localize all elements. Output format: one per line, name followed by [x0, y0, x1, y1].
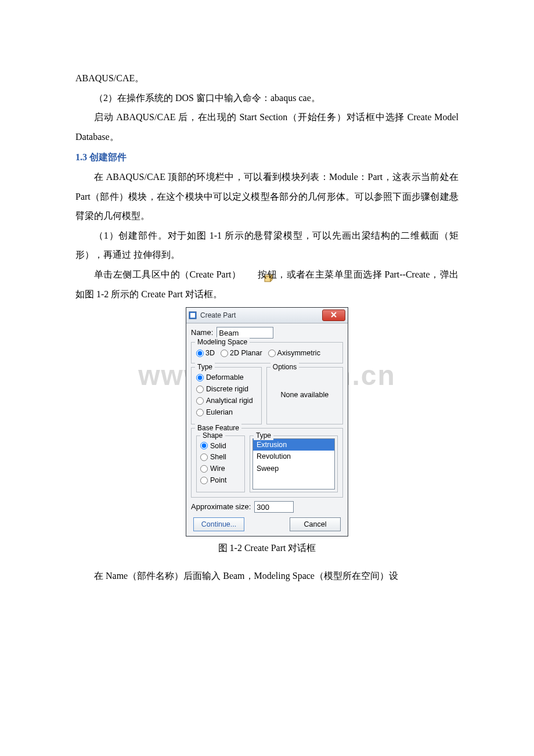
radio-discrete-rigid[interactable]: Discrete rigid — [196, 384, 257, 394]
cancel-button[interactable]: Cancel — [290, 517, 341, 531]
options-panel: Options None available — [266, 367, 343, 424]
radio-deformable-label: Deformable — [206, 373, 244, 383]
radio-solid-label: Solid — [210, 441, 226, 451]
radio-2d-input[interactable] — [221, 350, 228, 357]
options-panel-label: Options — [270, 362, 299, 372]
radio-analytical-input[interactable] — [196, 397, 204, 405]
close-icon — [331, 311, 337, 320]
approx-size-label: Approximate size: — [191, 502, 251, 512]
radio-3d[interactable]: 3D — [196, 348, 215, 358]
radio-eulerian-label: Eulerian — [206, 408, 233, 417]
name-label: Name: — [191, 327, 213, 338]
radio-ax-input[interactable] — [268, 350, 276, 357]
dialog-titlebar[interactable]: Create Part — [186, 308, 348, 323]
dialog-title: Create Part — [200, 311, 319, 320]
name-input[interactable] — [217, 327, 273, 339]
app-icon — [189, 311, 197, 319]
list-item-sweep[interactable]: Sweep — [253, 463, 334, 475]
type-panel-label: Type — [195, 362, 215, 372]
radio-eulerian-input[interactable] — [196, 409, 204, 416]
radio-shell[interactable]: Shell — [200, 452, 241, 462]
body-text: 在 ABAQUS/CAE 顶部的环境栏中，可以看到模块列表：Module：Par… — [75, 167, 459, 226]
continue-button[interactable]: Continue... — [193, 517, 244, 531]
radio-2d-planar[interactable]: 2D Planar — [221, 348, 262, 358]
radio-deformable-input[interactable] — [196, 374, 204, 381]
list-item-extrusion[interactable]: Extrusion — [253, 439, 334, 451]
radio-3d-label: 3D — [205, 348, 215, 358]
create-part-icon — [245, 271, 254, 280]
svg-rect-4 — [190, 313, 195, 318]
radio-shell-input[interactable] — [200, 453, 208, 461]
radio-3d-input[interactable] — [196, 350, 204, 357]
modeling-space-label: Modeling Space — [195, 337, 250, 347]
radio-deformable[interactable]: Deformable — [196, 373, 257, 383]
radio-2d-label: 2D Planar — [230, 348, 262, 358]
radio-analytical-label: Analytical rigid — [206, 396, 253, 406]
radio-shell-label: Shell — [210, 452, 226, 462]
radio-point-label: Point — [210, 476, 227, 485]
list-item-revolution[interactable]: Revolution — [253, 451, 334, 463]
type-panel: Type Deformable Discrete rigid — [191, 367, 262, 424]
body-text: （1）创建部件。对于如图 1-1 所示的悬臂梁模型，可以先画出梁结构的二维截面（… — [75, 226, 459, 265]
base-feature-panel: Base Feature Shape Solid — [191, 428, 343, 498]
base-feature-type-panel: Type Extrusion Revolution Sweep — [250, 435, 338, 493]
modeling-space-panel: Modeling Space 3D 2D Planar Axisymmet — [191, 342, 343, 363]
radio-solid[interactable]: Solid — [200, 441, 241, 451]
figure-caption: 图 1-2 Create Part 对话框 — [75, 540, 459, 557]
shape-panel: Shape Solid Shell — [196, 435, 245, 493]
create-part-dialog: Create Part Name: Modeling Sp — [186, 307, 348, 537]
approx-size-input[interactable] — [254, 501, 294, 513]
radio-point[interactable]: Point — [200, 476, 241, 485]
radio-wire-input[interactable] — [200, 465, 208, 473]
radio-discrete-input[interactable] — [196, 386, 204, 393]
radio-axisymmetric[interactable]: Axisymmetric — [268, 348, 320, 358]
bf-type-label: Type — [254, 431, 273, 440]
radio-wire-label: Wire — [210, 464, 225, 474]
radio-solid-input[interactable] — [200, 442, 208, 449]
section-heading-1-3: 1.3 创建部件 — [75, 147, 459, 167]
body-text-fragment: 单击左侧工具区中的（Create Part） — [94, 269, 241, 279]
radio-discrete-label: Discrete rigid — [206, 384, 248, 394]
close-button[interactable] — [322, 309, 345, 321]
radio-ax-label: Axisymmetric — [277, 348, 320, 358]
radio-point-input[interactable] — [200, 477, 208, 484]
radio-analytical-rigid[interactable]: Analytical rigid — [196, 396, 257, 406]
body-text: 单击左侧工具区中的（Create Part） 按钮，或者在主菜单里面选择 Par… — [75, 265, 459, 304]
none-available-text: None available — [281, 390, 329, 400]
body-text: （2）在操作系统的 DOS 窗口中输入命令：abaqus cae。 — [75, 88, 459, 108]
body-text: 在 Name（部件名称）后面输入 Beam，Modeling Space（模型所… — [75, 566, 459, 586]
body-text: ABAQUS/CAE。 — [75, 69, 459, 88]
radio-wire[interactable]: Wire — [200, 464, 241, 474]
bf-type-listbox[interactable]: Extrusion Revolution Sweep — [252, 438, 335, 489]
radio-eulerian[interactable]: Eulerian — [196, 408, 257, 417]
shape-panel-label: Shape — [200, 431, 225, 440]
body-text: 启动 ABAQUS/CAE 后，在出现的 Start Section（开始任务）… — [75, 107, 459, 146]
